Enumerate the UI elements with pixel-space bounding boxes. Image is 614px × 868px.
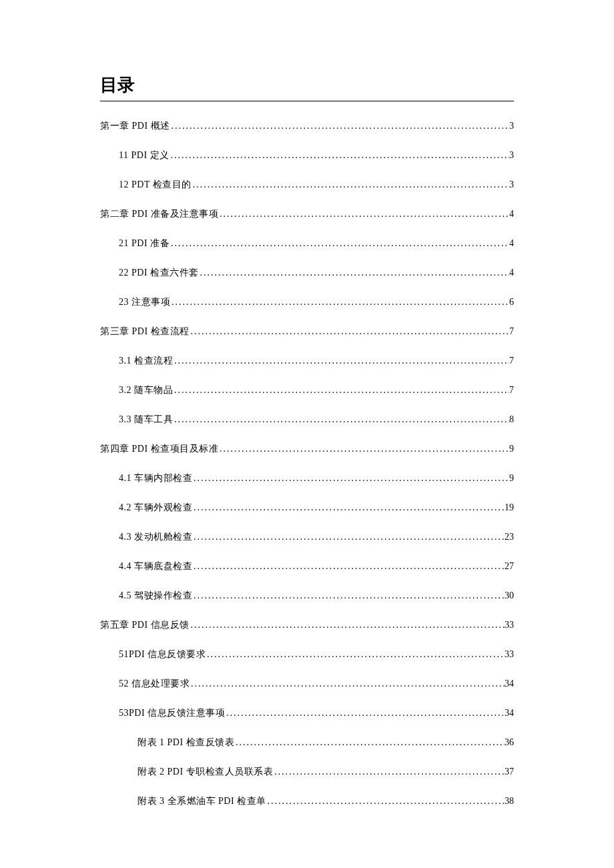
- toc-entry-page: 9: [509, 444, 514, 454]
- toc-entry: 52 信息处理要求34: [100, 678, 514, 690]
- toc-entry: 第二章 PDI 准备及注意事项4: [100, 208, 514, 220]
- toc-leader-dots: [234, 737, 505, 748]
- toc-entry-page: 4: [509, 238, 514, 249]
- toc-entry: 53PDI 信息反馈注意事项34: [100, 707, 514, 719]
- toc-entry: 4.4 车辆底盘检查27: [100, 560, 514, 572]
- toc-leader-dots: [192, 532, 505, 542]
- toc-entry: 4.5 驾驶操作检查30: [100, 590, 514, 602]
- toc-leader-dots: [192, 502, 505, 513]
- toc-leader-dots: [266, 796, 505, 807]
- toc-entry-label: 23 注意事项: [119, 296, 170, 308]
- toc-entry-page: 9: [509, 473, 514, 484]
- toc-entry: 附表 3 全系燃油车 PDI 检查单38: [100, 795, 514, 807]
- toc-leader-dots: [199, 268, 509, 278]
- toc-entry: 附表 2 PDI 专职检查人员联系表37: [100, 766, 514, 778]
- toc-entry-label: 第一章 PDI 概述: [100, 120, 170, 132]
- toc-entry: 51PDI 信息反馈要求33: [100, 648, 514, 661]
- toc-entry-label: 4.4 车辆底盘检查: [119, 560, 192, 572]
- toc-entry-page: 30: [505, 590, 514, 601]
- toc-list: 第一章 PDI 概述311 PDI 定义312 PDT 检查目的3第二章 PDI…: [100, 120, 514, 807]
- toc-entry-label: 第二章 PDI 准备及注意事项: [100, 208, 218, 220]
- toc-entry: 3.2 随车物品7: [100, 384, 514, 396]
- toc-entry-page: 34: [505, 679, 514, 689]
- toc-entry: 3.3 随车工具8: [100, 414, 514, 426]
- toc-entry: 4.1 车辆内部检查9: [100, 472, 514, 484]
- toc-entry: 第四章 PDI 检查项目及标准9: [100, 443, 514, 455]
- toc-leader-dots: [173, 356, 509, 366]
- toc-entry: 4.3 发动机舱检查23: [100, 531, 514, 543]
- toc-entry: 3.1 检查流程7: [100, 355, 514, 367]
- toc-entry: 11 PDI 定义3: [100, 149, 514, 161]
- toc-entry-label: 第四章 PDI 检查项目及标准: [100, 443, 218, 455]
- toc-entry-label: 11 PDI 定义: [119, 149, 170, 161]
- toc-entry-page: 19: [505, 502, 514, 513]
- toc-entry-page: 7: [509, 326, 514, 337]
- toc-entry-page: 23: [505, 532, 514, 542]
- toc-entry-label: 53PDI 信息反馈注意事项: [119, 707, 225, 719]
- toc-entry-label: 第五章 PDI 信息反馈: [100, 619, 190, 631]
- toc-entry-label: 52 信息处理要求: [119, 678, 190, 690]
- toc-leader-dots: [192, 561, 505, 572]
- toc-entry-label: 3.3 随车工具: [119, 414, 173, 426]
- toc-entry: 4.2 车辆外观检查19: [100, 502, 514, 514]
- toc-entry-label: 4.5 驾驶操作检查: [119, 590, 192, 602]
- toc-leader-dots: [170, 121, 509, 131]
- toc-entry: 第一章 PDI 概述3: [100, 120, 514, 132]
- toc-entry: 23 注意事项6: [100, 296, 514, 308]
- toc-entry-label: 12 PDT 检查目的: [119, 179, 192, 191]
- toc-leader-dots: [192, 473, 509, 484]
- toc-leader-dots: [173, 414, 509, 425]
- toc-leader-dots: [218, 444, 509, 454]
- toc-leader-dots: [206, 649, 505, 660]
- toc-leader-dots: [273, 767, 505, 777]
- toc-entry-label: 3.1 检查流程: [119, 355, 173, 367]
- toc-title: 目录: [100, 73, 514, 101]
- toc-entry-page: 4: [509, 268, 514, 278]
- toc-leader-dots: [170, 150, 509, 161]
- toc-entry: 第三章 PDI 检查流程7: [100, 326, 514, 338]
- toc-entry-label: 51PDI 信息反馈要求: [119, 648, 206, 661]
- toc-leader-dots: [192, 179, 509, 190]
- toc-entry: 21 PDI 准备4: [100, 238, 514, 250]
- toc-entry-page: 3: [509, 121, 514, 131]
- toc-entry-label: 4.2 车辆外观检查: [119, 502, 192, 514]
- toc-entry: 第五章 PDI 信息反馈33: [100, 619, 514, 631]
- toc-leader-dots: [190, 326, 509, 337]
- toc-entry-page: 33: [505, 620, 514, 630]
- toc-leader-dots: [225, 708, 505, 719]
- toc-leader-dots: [190, 620, 505, 630]
- toc-entry-label: 附表 1 PDI 检查反馈表: [137, 737, 234, 749]
- toc-entry-page: 33: [505, 649, 514, 660]
- toc-entry-label: 22 PDI 检查六件套: [119, 267, 199, 279]
- toc-entry: 12 PDT 检查目的3: [100, 179, 514, 191]
- toc-entry-page: 36: [505, 737, 514, 748]
- toc-leader-dots: [190, 679, 505, 689]
- toc-leader-dots: [170, 297, 509, 308]
- toc-entry-page: 3: [509, 179, 514, 190]
- toc-entry-label: 3.2 随车物品: [119, 384, 173, 396]
- toc-entry-label: 第三章 PDI 检查流程: [100, 326, 190, 338]
- toc-entry-page: 7: [509, 385, 514, 396]
- toc-entry-page: 27: [505, 561, 514, 572]
- toc-entry: 附表 1 PDI 检查反馈表36: [100, 737, 514, 749]
- toc-entry-page: 4: [509, 209, 514, 220]
- toc-entry-label: 4.1 车辆内部检查: [119, 472, 192, 484]
- toc-leader-dots: [173, 385, 509, 396]
- toc-entry-label: 附表 3 全系燃油车 PDI 检查单: [137, 795, 266, 807]
- toc-entry-page: 34: [505, 708, 514, 719]
- toc-leader-dots: [192, 590, 505, 601]
- toc-entry-page: 38: [505, 796, 514, 807]
- toc-entry-label: 附表 2 PDI 专职检查人员联系表: [137, 766, 273, 778]
- toc-entry-page: 3: [509, 150, 514, 161]
- toc-leader-dots: [218, 209, 509, 220]
- toc-entry-page: 6: [509, 297, 514, 308]
- toc-entry-page: 37: [505, 767, 514, 777]
- toc-entry-page: 7: [509, 356, 514, 366]
- toc-entry-page: 8: [509, 414, 514, 425]
- toc-entry-label: 4.3 发动机舱检查: [119, 531, 192, 543]
- toc-entry-label: 21 PDI 准备: [119, 238, 170, 250]
- toc-entry: 22 PDI 检查六件套4: [100, 267, 514, 279]
- toc-leader-dots: [170, 238, 509, 249]
